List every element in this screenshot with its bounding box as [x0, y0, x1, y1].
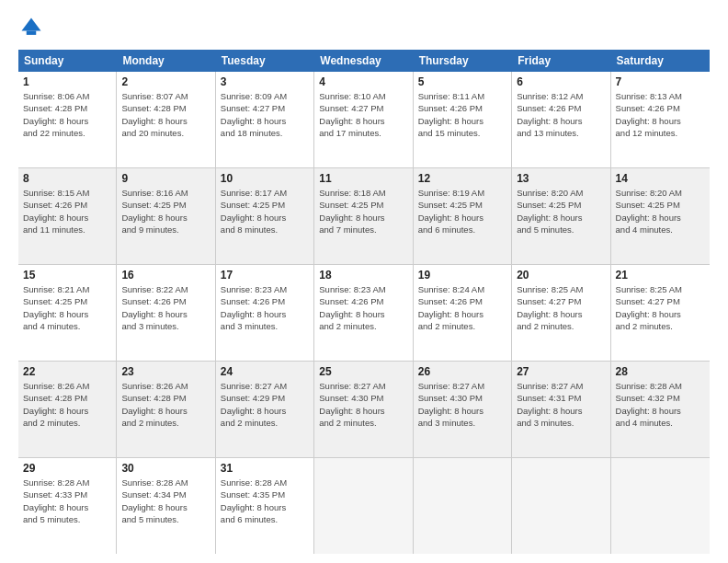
- cell-info-line: and 2 minutes.: [23, 417, 111, 429]
- cell-info-line: and 8 minutes.: [221, 224, 309, 236]
- cell-info-line: Sunrise: 8:09 AM: [221, 90, 309, 102]
- calendar-cell: 23Sunrise: 8:26 AMSunset: 4:28 PMDayligh…: [117, 362, 215, 457]
- calendar-cell: 4Sunrise: 8:10 AMSunset: 4:27 PMDaylight…: [314, 72, 413, 167]
- cell-info-line: Daylight: 8 hours: [121, 501, 210, 513]
- cell-info-line: Daylight: 8 hours: [23, 501, 111, 513]
- cell-info-line: Daylight: 8 hours: [616, 405, 705, 417]
- cell-info-line: and 17 minutes.: [319, 127, 407, 139]
- calendar-row-1: 1Sunrise: 8:06 AMSunset: 4:28 PMDaylight…: [18, 72, 710, 168]
- cell-info-line: and 2 minutes.: [616, 320, 705, 332]
- day-number: 17: [221, 269, 309, 282]
- cell-info-line: Sunrise: 8:25 AM: [616, 283, 705, 295]
- calendar-body: 1Sunrise: 8:06 AMSunset: 4:28 PMDaylight…: [18, 72, 710, 554]
- cell-info-line: Sunset: 4:26 PM: [418, 295, 506, 307]
- day-number: 25: [319, 365, 407, 378]
- calendar-row-4: 22Sunrise: 8:26 AMSunset: 4:28 PMDayligh…: [18, 362, 710, 458]
- day-number: 24: [221, 365, 309, 378]
- cell-info-line: Daylight: 8 hours: [23, 308, 111, 320]
- cell-info-line: Sunset: 4:34 PM: [121, 488, 210, 500]
- calendar-cell: [314, 458, 413, 554]
- cell-info-line: Sunrise: 8:22 AM: [121, 283, 210, 295]
- calendar-cell: 11Sunrise: 8:18 AMSunset: 4:25 PMDayligh…: [314, 168, 413, 264]
- cell-info-line: and 22 minutes.: [23, 127, 111, 139]
- cell-info-line: and 13 minutes.: [517, 127, 605, 139]
- cell-info-line: and 3 minutes.: [221, 320, 309, 332]
- cell-info-line: Sunset: 4:27 PM: [319, 102, 407, 114]
- day-number: 22: [23, 365, 111, 378]
- cell-info-line: Daylight: 8 hours: [418, 405, 506, 417]
- calendar-cell: 3Sunrise: 8:09 AMSunset: 4:27 PMDaylight…: [216, 72, 314, 167]
- cell-info-line: Sunrise: 8:26 AM: [23, 380, 111, 392]
- cell-info-line: Daylight: 8 hours: [517, 405, 605, 417]
- cell-info-line: Sunset: 4:25 PM: [221, 199, 309, 211]
- logo: [18, 15, 48, 40]
- cell-info-line: Sunrise: 8:28 AM: [221, 477, 309, 488]
- cell-info-line: Sunset: 4:27 PM: [616, 295, 705, 307]
- cell-info-line: Daylight: 8 hours: [616, 115, 705, 127]
- cell-info-line: and 15 minutes.: [418, 127, 506, 139]
- weekday-header-sunday: Sunday: [18, 50, 117, 72]
- calendar-cell: 22Sunrise: 8:26 AMSunset: 4:28 PMDayligh…: [18, 362, 117, 457]
- day-number: 7: [616, 75, 705, 88]
- calendar-row-2: 8Sunrise: 8:15 AMSunset: 4:26 PMDaylight…: [18, 168, 710, 265]
- cell-info-line: Sunrise: 8:24 AM: [418, 283, 506, 295]
- day-number: 16: [121, 269, 210, 282]
- weekday-header-friday: Friday: [512, 50, 610, 72]
- cell-info-line: Sunrise: 8:27 AM: [319, 380, 407, 392]
- calendar-row-3: 15Sunrise: 8:21 AMSunset: 4:25 PMDayligh…: [18, 265, 710, 362]
- cell-info-line: Sunrise: 8:27 AM: [418, 380, 506, 392]
- cell-info-line: Daylight: 8 hours: [23, 212, 111, 224]
- cell-info-line: Sunrise: 8:28 AM: [616, 380, 705, 392]
- cell-info-line: and 5 minutes.: [517, 224, 605, 236]
- svg-rect-1: [27, 31, 37, 35]
- cell-info-line: and 6 minutes.: [418, 224, 506, 236]
- calendar-cell: 18Sunrise: 8:23 AMSunset: 4:26 PMDayligh…: [314, 265, 413, 361]
- calendar-cell: [414, 458, 512, 554]
- calendar-cell: 19Sunrise: 8:24 AMSunset: 4:26 PMDayligh…: [414, 265, 512, 361]
- calendar-cell: 1Sunrise: 8:06 AMSunset: 4:28 PMDaylight…: [18, 72, 117, 167]
- calendar-cell: 5Sunrise: 8:11 AMSunset: 4:26 PMDaylight…: [414, 72, 512, 167]
- day-number: 8: [23, 172, 111, 185]
- cell-info-line: Daylight: 8 hours: [121, 115, 210, 127]
- day-number: 31: [221, 462, 309, 475]
- calendar-cell: 7Sunrise: 8:13 AMSunset: 4:26 PMDaylight…: [611, 72, 710, 167]
- day-number: 3: [221, 75, 309, 88]
- cell-info-line: Sunset: 4:25 PM: [418, 199, 506, 211]
- cell-info-line: Daylight: 8 hours: [418, 115, 506, 127]
- calendar: SundayMondayTuesdayWednesdayThursdayFrid…: [18, 50, 710, 554]
- day-number: 6: [517, 75, 605, 88]
- cell-info-line: Sunset: 4:25 PM: [121, 199, 210, 211]
- cell-info-line: Sunrise: 8:07 AM: [121, 90, 210, 102]
- day-number: 1: [23, 75, 111, 88]
- cell-info-line: Sunset: 4:25 PM: [517, 199, 605, 211]
- calendar-cell: 21Sunrise: 8:25 AMSunset: 4:27 PMDayligh…: [611, 265, 710, 361]
- weekday-header-wednesday: Wednesday: [314, 50, 413, 72]
- calendar-row-5: 29Sunrise: 8:28 AMSunset: 4:33 PMDayligh…: [18, 458, 710, 554]
- calendar-cell: 28Sunrise: 8:28 AMSunset: 4:32 PMDayligh…: [611, 362, 710, 457]
- cell-info-line: and 3 minutes.: [517, 417, 605, 429]
- cell-info-line: Sunrise: 8:20 AM: [517, 187, 605, 199]
- cell-info-line: and 5 minutes.: [121, 513, 210, 525]
- cell-info-line: Sunrise: 8:17 AM: [221, 187, 309, 199]
- day-number: 18: [319, 269, 407, 282]
- calendar-cell: [611, 458, 710, 554]
- calendar-cell: 25Sunrise: 8:27 AMSunset: 4:30 PMDayligh…: [314, 362, 413, 457]
- cell-info-line: Sunset: 4:27 PM: [221, 102, 309, 114]
- cell-info-line: Daylight: 8 hours: [23, 115, 111, 127]
- cell-info-line: and 2 minutes.: [319, 417, 407, 429]
- cell-info-line: and 4 minutes.: [616, 417, 705, 429]
- cell-info-line: and 6 minutes.: [221, 513, 309, 525]
- calendar-cell: 26Sunrise: 8:27 AMSunset: 4:30 PMDayligh…: [414, 362, 512, 457]
- day-number: 4: [319, 75, 407, 88]
- calendar-cell: 14Sunrise: 8:20 AMSunset: 4:25 PMDayligh…: [611, 168, 710, 264]
- cell-info-line: Sunset: 4:29 PM: [221, 392, 309, 404]
- calendar-cell: 6Sunrise: 8:12 AMSunset: 4:26 PMDaylight…: [512, 72, 610, 167]
- cell-info-line: Sunrise: 8:23 AM: [221, 283, 309, 295]
- calendar-cell: 12Sunrise: 8:19 AMSunset: 4:25 PMDayligh…: [414, 168, 512, 264]
- cell-info-line: Sunrise: 8:28 AM: [121, 477, 210, 488]
- day-number: 13: [517, 172, 605, 185]
- day-number: 15: [23, 269, 111, 282]
- calendar-cell: 10Sunrise: 8:17 AMSunset: 4:25 PMDayligh…: [216, 168, 314, 264]
- calendar-header: SundayMondayTuesdayWednesdayThursdayFrid…: [18, 50, 710, 72]
- cell-info-line: Daylight: 8 hours: [221, 212, 309, 224]
